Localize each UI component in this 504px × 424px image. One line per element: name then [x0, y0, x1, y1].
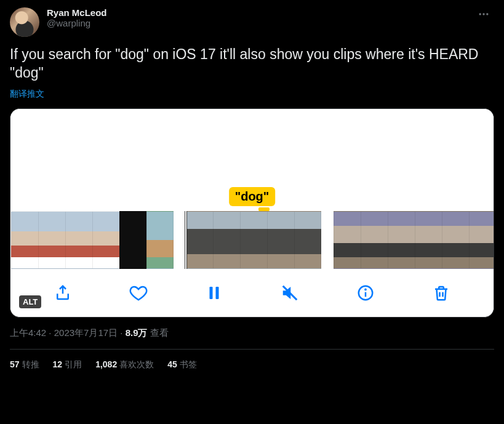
video-frame: [213, 211, 240, 269]
info-icon: [356, 284, 375, 302]
video-frame: [92, 211, 119, 269]
pause-button[interactable]: [201, 279, 228, 306]
mute-button[interactable]: [276, 279, 303, 306]
more-horizontal-icon: [478, 8, 490, 20]
clip-group: [334, 211, 494, 269]
video-frame: [11, 211, 38, 269]
svg-point-8: [365, 289, 366, 290]
display-name: Ryan McLeod: [47, 7, 473, 18]
speaker-muted-icon: [281, 284, 299, 302]
quotes-stat[interactable]: 12引用: [53, 359, 82, 370]
retweets-stat[interactable]: 57转推: [10, 359, 39, 370]
video-frame: [186, 211, 213, 269]
svg-point-0: [479, 13, 481, 15]
info-button[interactable]: [352, 279, 379, 306]
video-frame: [361, 211, 388, 269]
views-count: 8.9万: [126, 327, 148, 338]
pause-icon: [205, 284, 223, 302]
svg-point-2: [486, 13, 488, 15]
share-button[interactable]: [49, 279, 76, 306]
trash-icon: [432, 284, 450, 302]
tweet-header: Ryan McLeod @warpling: [10, 7, 494, 37]
video-frame: [146, 211, 174, 269]
video-frame: [415, 211, 442, 269]
video-frame: [240, 211, 267, 269]
tweet-metadata[interactable]: 上午4:42 · 2023年7月17日 · 8.9万 查看: [10, 327, 494, 339]
svg-rect-4: [216, 287, 219, 299]
engagement-stats: 57转推 12引用 1,082喜欢次数 45书签: [10, 350, 494, 380]
likes-stat[interactable]: 1,082喜欢次数: [95, 359, 154, 370]
video-frame: [119, 211, 146, 269]
translate-link[interactable]: 翻译推文: [10, 89, 44, 100]
video-frame: [65, 211, 92, 269]
video-filmstrip[interactable]: [10, 211, 494, 269]
tweet-date: 2023年7月17日: [54, 327, 118, 338]
svg-point-1: [482, 13, 484, 15]
tweet-container: Ryan McLeod @warpling If you search for …: [0, 0, 504, 380]
search-term-tooltip: "dog": [229, 187, 276, 206]
clip-group: [11, 211, 174, 269]
media-attachment[interactable]: "dog": [10, 108, 494, 318]
handle: @warpling: [47, 18, 473, 28]
tweet-text: If you search for "dog" on iOS 17 it'll …: [10, 46, 494, 82]
clip-group: [186, 211, 321, 269]
media-toolbar: [10, 269, 494, 317]
playhead[interactable]: [185, 211, 187, 269]
more-options-button[interactable]: [473, 4, 494, 25]
video-frame: [267, 211, 294, 269]
video-frame: [38, 211, 65, 269]
video-frame: [469, 211, 494, 269]
video-frame: [442, 211, 469, 269]
bookmarks-stat[interactable]: 45书签: [167, 359, 197, 370]
svg-rect-3: [210, 287, 213, 299]
author-names[interactable]: Ryan McLeod @warpling: [47, 7, 473, 28]
tweet-time: 上午4:42: [10, 327, 46, 338]
video-frame: [294, 211, 321, 269]
alt-badge[interactable]: ALT: [19, 295, 41, 308]
video-frame: [388, 211, 415, 269]
avatar[interactable]: [10, 7, 39, 37]
heart-icon: [129, 284, 148, 302]
share-icon: [54, 284, 72, 302]
views-label: 查看: [148, 327, 169, 338]
video-frame: [334, 211, 361, 269]
search-hit-marker: [258, 207, 270, 211]
like-button[interactable]: [125, 279, 152, 306]
delete-button[interactable]: [428, 279, 455, 306]
media-preview-area: "dog": [10, 109, 494, 211]
